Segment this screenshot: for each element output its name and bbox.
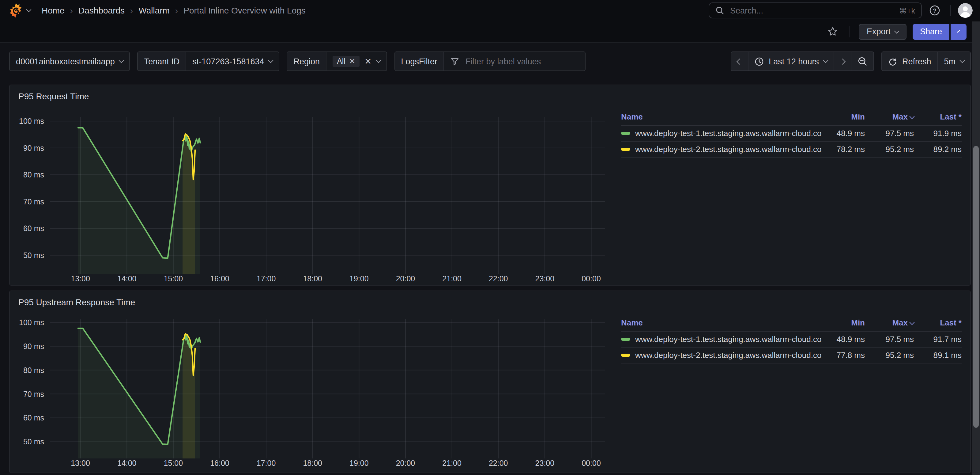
legend-header-last[interactable]: Last * xyxy=(914,110,962,125)
legend-header-name[interactable]: Name xyxy=(621,316,821,331)
search-input[interactable] xyxy=(729,5,894,16)
actions-divider xyxy=(850,26,850,37)
timeseries-chart[interactable]: 50 ms60 ms70 ms80 ms90 ms100 ms13:0014:0… xyxy=(15,110,621,286)
grafana-app: Home › Dashboards › Wallarm › Portal Inl… xyxy=(0,0,980,475)
variable-tenant-dropdown[interactable]: Tenant ID st-107263-1581634 xyxy=(137,51,280,71)
svg-text:00:00: 00:00 xyxy=(582,274,601,283)
variable-app-dropdown[interactable]: d0001ainboxatestmailaapp xyxy=(9,51,130,71)
scrollbar-track[interactable] xyxy=(972,21,980,475)
series-color-swatch[interactable] xyxy=(621,148,630,151)
legend-header-max[interactable]: Max xyxy=(865,110,914,125)
zoom-out-button[interactable] xyxy=(851,52,873,70)
svg-text:22:00: 22:00 xyxy=(489,274,508,283)
svg-text:22:00: 22:00 xyxy=(489,459,508,467)
panel-title[interactable]: P95 Upstream Response Time xyxy=(10,291,135,307)
search-shortcut-hint: ⌘+k xyxy=(899,6,915,15)
series-stat-last: 91.7 ms xyxy=(914,331,962,347)
top-nav: Home › Dashboards › Wallarm › Portal Inl… xyxy=(0,0,980,21)
breadcrumb-dashboards[interactable]: Dashboards xyxy=(78,5,125,15)
series-name[interactable]: www.deploy-test-2.test.staging.aws.walla… xyxy=(635,351,821,360)
variable-region-dropdown[interactable]: Region All ✕ ✕ xyxy=(287,51,387,71)
svg-text:20:00: 20:00 xyxy=(396,274,415,283)
refresh-button-label: Refresh xyxy=(902,57,931,66)
svg-text:19:00: 19:00 xyxy=(350,274,369,283)
share-button[interactable]: Share xyxy=(913,24,950,40)
zoom-out-icon xyxy=(858,56,867,66)
series-name[interactable]: www.deploy-test-1.test.staging.aws.walla… xyxy=(635,129,821,138)
time-shift-forward-button[interactable] xyxy=(834,52,851,70)
region-selected-chip[interactable]: All ✕ xyxy=(332,56,360,67)
series-stat-min: 48.9 ms xyxy=(821,125,865,141)
legend-table: Name Min Max Last * www.deploy-test-1.te… xyxy=(621,316,962,363)
chevron-down-icon xyxy=(957,29,960,32)
series-color-swatch[interactable] xyxy=(621,354,630,357)
nav-divider xyxy=(950,5,951,16)
legend-header-name[interactable]: Name xyxy=(621,110,821,125)
svg-text:15:00: 15:00 xyxy=(164,459,183,467)
time-picker-group: Last 12 hours xyxy=(731,51,874,71)
svg-text:17:00: 17:00 xyxy=(257,274,276,283)
chevron-down-icon xyxy=(376,58,381,63)
refresh-interval-label: 5m xyxy=(944,57,956,66)
refresh-interval-dropdown[interactable]: 5m xyxy=(938,52,970,70)
time-shift-back-button[interactable] xyxy=(731,52,748,70)
variable-tenant-value: st-107263-1581634 xyxy=(192,57,264,66)
legend-header-max[interactable]: Max xyxy=(865,316,914,331)
series-stat-min: 48.9 ms xyxy=(821,331,865,347)
series-stat-last: 89.1 ms xyxy=(914,347,962,363)
svg-text:20:00: 20:00 xyxy=(396,459,415,467)
dashboard-controls: d0001ainboxatestmailaapp Tenant ID st-10… xyxy=(0,43,980,77)
chart-area: 50 ms60 ms70 ms80 ms90 ms100 ms13:0014:0… xyxy=(15,316,621,472)
search-box[interactable]: ⌘+k xyxy=(709,2,922,18)
variable-tenant-label: Tenant ID xyxy=(138,52,186,70)
svg-text:60 ms: 60 ms xyxy=(23,224,44,233)
time-range-picker[interactable]: Last 12 hours xyxy=(748,52,834,70)
org-switcher-chevron-icon[interactable] xyxy=(26,7,32,12)
legend-header-row: Name Min Max Last * xyxy=(621,110,962,125)
export-button[interactable]: Export xyxy=(859,24,907,40)
refresh-icon xyxy=(888,57,897,66)
legend-header-min[interactable]: Min xyxy=(821,110,865,125)
breadcrumb-current-dashboard: Portal Inline Overview with Logs xyxy=(183,5,305,15)
favorite-button[interactable] xyxy=(825,24,841,40)
svg-text:18:00: 18:00 xyxy=(303,459,322,467)
series-name[interactable]: www.deploy-test-1.test.staging.aws.walla… xyxy=(635,335,821,344)
svg-text:100 ms: 100 ms xyxy=(19,318,44,327)
svg-text:23:00: 23:00 xyxy=(535,459,555,467)
variable-region-label: Region xyxy=(288,52,327,70)
breadcrumb-separator-icon: › xyxy=(70,5,73,15)
refresh-button[interactable]: Refresh xyxy=(882,52,938,70)
legend-row: www.deploy-test-2.test.staging.aws.walla… xyxy=(621,347,962,363)
panel-title[interactable]: P95 Request Time xyxy=(10,85,89,101)
legend-header-last[interactable]: Last * xyxy=(914,316,962,331)
sort-caret-icon xyxy=(910,114,915,119)
logs-filter-control[interactable]: LogsFilter xyxy=(395,51,586,71)
svg-text:13:00: 13:00 xyxy=(71,274,90,283)
user-avatar[interactable] xyxy=(958,3,973,18)
panel-p95-request-time: P95 Request Time 50 ms60 ms70 ms80 ms90 … xyxy=(9,84,971,285)
svg-text:50 ms: 50 ms xyxy=(23,251,44,260)
series-name[interactable]: www.deploy-test-2.test.staging.aws.walla… xyxy=(635,145,821,154)
breadcrumb-home[interactable]: Home xyxy=(41,5,65,15)
svg-text:17:00: 17:00 xyxy=(257,459,276,467)
chip-remove-icon[interactable]: ✕ xyxy=(349,57,355,65)
share-split-button: Share xyxy=(913,24,967,40)
legend-header-min[interactable]: Min xyxy=(821,316,865,331)
series-stat-min: 77.8 ms xyxy=(821,347,865,363)
svg-text:?: ? xyxy=(933,7,937,14)
logs-filter-input[interactable] xyxy=(464,56,579,67)
breadcrumb: Home › Dashboards › Wallarm › Portal Inl… xyxy=(41,5,305,15)
breadcrumb-folder[interactable]: Wallarm xyxy=(138,5,170,15)
legend-header-row: Name Min Max Last * xyxy=(621,316,962,331)
chevron-down-icon xyxy=(823,58,828,63)
chevron-down-icon xyxy=(894,28,899,33)
scrollbar-thumb[interactable] xyxy=(973,146,979,428)
clear-selection-icon[interactable]: ✕ xyxy=(364,57,371,65)
grafana-logo-icon[interactable] xyxy=(9,2,23,18)
series-color-swatch[interactable] xyxy=(621,338,630,341)
timeseries-chart[interactable]: 50 ms60 ms70 ms80 ms90 ms100 ms13:0014:0… xyxy=(15,316,621,470)
share-menu-button[interactable] xyxy=(951,24,967,40)
series-color-swatch[interactable] xyxy=(621,132,630,135)
person-icon xyxy=(958,3,973,18)
help-button[interactable]: ? xyxy=(927,2,943,18)
